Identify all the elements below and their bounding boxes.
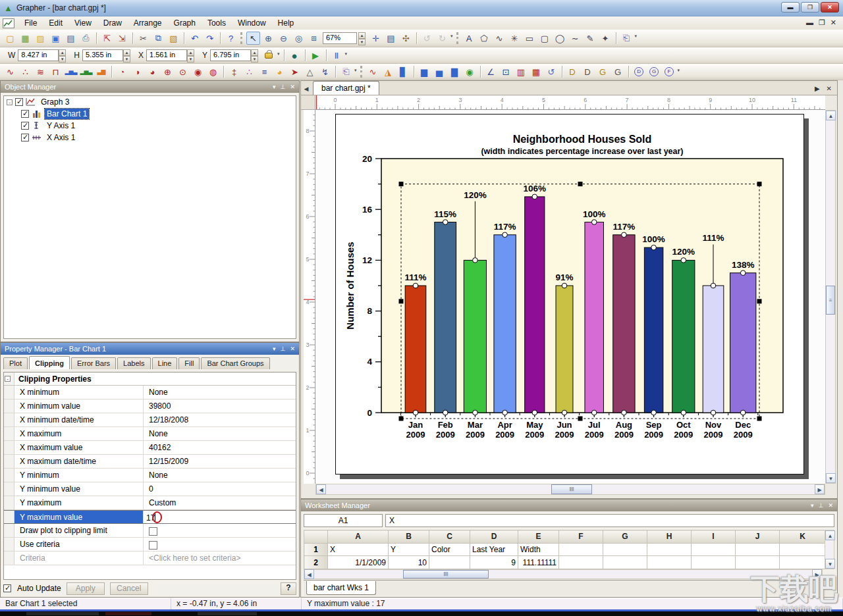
cell-h2[interactable]	[647, 556, 692, 569]
select-all-corner[interactable]	[304, 530, 328, 544]
group-doc-icon[interactable]: G	[611, 65, 625, 78]
circle-f-icon[interactable]: F	[663, 65, 676, 78]
circle-d-icon[interactable]: D	[632, 65, 646, 78]
cancel-button[interactable]: Cancel	[110, 582, 148, 595]
cell-j2[interactable]	[736, 556, 780, 569]
toolbar-grip[interactable]	[240, 32, 244, 44]
column-header-j[interactable]: J	[736, 530, 780, 544]
tree-item-label[interactable]: Y Axis 1	[45, 120, 77, 131]
spline-tool-button[interactable]: ∼	[568, 32, 582, 45]
xy-axes-icon[interactable]: ∠	[484, 65, 498, 78]
zoom-in-button[interactable]: ⊕	[261, 32, 275, 45]
property-value-x-minimum-date-time[interactable]: 12/18/2008	[144, 413, 296, 426]
column-header-k[interactable]: K	[780, 530, 826, 544]
import-button[interactable]: ⇲	[115, 32, 129, 45]
major-grid-icon[interactable]: ▥	[514, 65, 528, 78]
spin-down-icon[interactable]: ▼	[59, 56, 66, 63]
toolbar-grip[interactable]	[456, 32, 460, 44]
tree-item-x-axis-1[interactable]: X Axis 1	[4, 132, 296, 143]
cell-b2[interactable]: 10	[389, 556, 429, 569]
bar-percentage-label[interactable]: 106%	[524, 184, 547, 193]
menu-view[interactable]: View	[68, 17, 97, 29]
ellipse-tool-button[interactable]: ◯	[553, 32, 567, 45]
tab-fill[interactable]: Fill	[178, 357, 200, 369]
spin-down-icon[interactable]: ▼	[187, 56, 194, 63]
copy-button[interactable]: ⧉	[151, 32, 165, 45]
drawing-canvas[interactable]: Neighborhood Houses Sold(width indicates…	[315, 110, 825, 484]
cell-c2[interactable]	[429, 556, 470, 569]
worksheet-tab[interactable]: bar chart Wks 1	[306, 581, 376, 595]
close-panel-icon[interactable]: ✕	[290, 346, 295, 352]
tree-item-graph-3[interactable]: -Graph 3	[4, 96, 296, 108]
play-script-button[interactable]: ▶	[309, 49, 323, 62]
print-button[interactable]: ⎙	[79, 32, 93, 45]
toolbar-overflow-icon[interactable]: ▾	[345, 51, 348, 57]
lock-aspect-icon[interactable]	[265, 53, 273, 59]
3d-bar-chart-type-icon[interactable]: ▂▅▃	[79, 65, 93, 78]
3d-pie-icon[interactable]: ◉	[463, 65, 477, 78]
row-header-1[interactable]: 1	[304, 543, 328, 556]
toolbar-overflow-icon[interactable]: ▾	[635, 34, 638, 39]
selection-handle[interactable]	[399, 299, 404, 303]
column-header-g[interactable]: G	[603, 530, 647, 544]
bar-percentage-label[interactable]: 111%	[702, 233, 724, 243]
property-value-y-minimum[interactable]: None	[144, 469, 296, 482]
floating-bar-icon[interactable]: ▃▆	[94, 65, 108, 78]
rounded-rect-tool-button[interactable]: ▢	[538, 32, 552, 45]
toolbar-overflow-icon[interactable]: ▾	[354, 68, 357, 73]
tab-scroll-left-icon[interactable]: ◀	[301, 86, 312, 95]
print-preview-button[interactable]: ▤	[384, 32, 398, 45]
property-value-y-maximum[interactable]: Custom	[144, 496, 296, 509]
polar-bubble-icon[interactable]: ◍	[206, 65, 220, 78]
cell-e1[interactable]: Width	[518, 543, 559, 556]
pin-icon[interactable]: ⊥	[281, 84, 286, 90]
scroll-up-arrow[interactable]: ▲	[826, 111, 836, 120]
bar-jun-2009[interactable]	[556, 286, 573, 413]
bar-sep-2009[interactable]	[644, 247, 663, 413]
pie-chart-icon[interactable]: ◕	[273, 65, 286, 78]
x-position-field[interactable]: 1.561 in	[146, 49, 187, 61]
document-tab[interactable]: bar chart.gpj *	[313, 81, 379, 95]
cell-a2[interactable]: 1/1/2009	[328, 556, 389, 569]
menu-file[interactable]: File	[18, 17, 43, 29]
horizontal-scroll-thumb[interactable]: ⦀⦀	[551, 484, 592, 494]
cell-f1[interactable]	[559, 543, 603, 556]
3d-column-icon[interactable]: ▊	[396, 65, 410, 78]
bar-percentage-label[interactable]: 111%	[404, 272, 426, 282]
cell-g1[interactable]	[603, 543, 647, 556]
ternary-plot-icon[interactable]: △	[303, 65, 317, 78]
auto-update-checkbox[interactable]: Auto Update	[3, 584, 61, 593]
property-edit-y-maximum-value[interactable]	[144, 511, 296, 523]
cell-b1[interactable]: Y	[389, 543, 429, 556]
selection-handle[interactable]	[399, 182, 404, 186]
worksheet-horizontal-scrollbar[interactable]: ◀ ⦀⦀ ▶	[304, 569, 823, 579]
panel-menu-icon[interactable]: ▾	[273, 84, 276, 90]
tree-item-label[interactable]: X Axis 1	[45, 132, 77, 143]
circle-g-icon[interactable]: G	[647, 65, 661, 78]
bar-jul-2009[interactable]	[585, 222, 604, 413]
tab-labels[interactable]: Labels	[117, 357, 150, 369]
tree-item-label[interactable]: Bar Chart 1	[45, 109, 89, 119]
tree-expander-icon[interactable]: -	[7, 99, 13, 105]
toolbar-grip[interactable]	[360, 66, 364, 78]
selection-handle[interactable]	[578, 182, 583, 186]
property-row-y-minimum-value[interactable]: Y minimum value0	[4, 482, 296, 496]
tab-error-bars[interactable]: Error Bars	[71, 357, 116, 369]
close-button[interactable]: ✕	[821, 2, 839, 13]
property-row-x-maximum-date-time[interactable]: X maximum date/time12/15/2009	[4, 455, 296, 469]
x-position-field-spinner[interactable]: ▲▼	[187, 49, 194, 61]
convert-plot-icon[interactable]: ⎗	[339, 65, 353, 78]
scroll-up-arrow[interactable]: ▲	[825, 530, 835, 540]
width-field-spinner[interactable]: ▲▼	[59, 49, 66, 61]
width-field[interactable]: 8.427 in	[18, 49, 59, 61]
plot-doc-icon[interactable]: D	[566, 65, 580, 78]
row-header-2[interactable]: 2	[304, 556, 328, 569]
record-script-button[interactable]: ●	[288, 49, 302, 62]
scatter-plot-icon[interactable]: ∴	[18, 65, 32, 78]
select-tool-button[interactable]: ↖	[246, 32, 260, 45]
property-row-x-minimum-date-time[interactable]: X minimum date/time12/18/2008	[4, 413, 296, 427]
spin-up-icon[interactable]: ▲	[59, 49, 66, 56]
tab-plot[interactable]: Plot	[3, 357, 28, 369]
stiff-plot-icon[interactable]: ≡	[258, 65, 271, 78]
polygon-tool-button[interactable]: ⬠	[477, 32, 491, 45]
